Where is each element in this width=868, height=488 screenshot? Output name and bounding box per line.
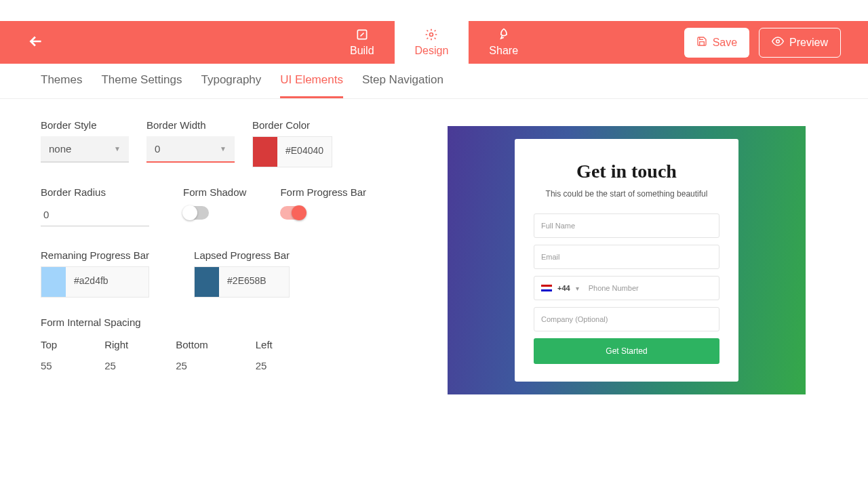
remaining-color-picker[interactable]: #a2d4fb <box>41 266 149 298</box>
preview-panel: Get in touch This could be the start of … <box>448 119 827 394</box>
sub-nav: Themes Theme Settings Typography UI Elem… <box>0 64 868 99</box>
settings-panel: Border Style none ▼ Border Width 0 ▼ Bor… <box>41 119 420 394</box>
form-shadow-toggle[interactable] <box>183 206 209 220</box>
svg-point-2 <box>776 39 780 43</box>
border-width-select[interactable]: 0 ▼ <box>146 136 235 163</box>
spacing-top-label: Top <box>41 339 57 350</box>
rocket-icon <box>497 28 511 43</box>
spacing-bottom-label: Bottom <box>176 339 208 350</box>
border-width-value: 0 <box>155 143 160 155</box>
lapsed-color-picker[interactable]: #2E658B <box>194 266 290 298</box>
border-color-picker[interactable]: #E04040 <box>252 136 332 167</box>
phone-placeholder: Phone Number <box>589 284 639 292</box>
preview-title: Get in touch <box>534 161 719 182</box>
lapsed-hex: #2E658B <box>219 267 275 297</box>
preview-submit-button[interactable]: Get Started <box>534 338 719 364</box>
border-radius-label: Border Radius <box>41 186 149 198</box>
chevron-down-icon: ▼ <box>114 145 121 152</box>
spacing-right-label: Right <box>104 339 128 350</box>
border-color-label: Border Color <box>252 119 332 131</box>
subnav-ui-elements[interactable]: UI Elements <box>280 73 343 98</box>
save-label: Save <box>713 37 737 49</box>
preview-company-input[interactable]: Company (Optional) <box>534 307 719 331</box>
border-style-value: none <box>49 143 71 155</box>
eye-icon <box>772 35 784 50</box>
tab-design[interactable]: Design <box>395 21 469 64</box>
content: Border Style none ▼ Border Width 0 ▼ Bor… <box>0 99 868 394</box>
preview-form-card: Get in touch This could be the start of … <box>515 139 738 382</box>
remaining-hex: #a2d4fb <box>66 267 117 297</box>
color-swatch <box>195 267 219 297</box>
preview-button[interactable]: Preview <box>759 28 841 58</box>
spacing-section-label: Form Internal Spacing <box>41 317 420 328</box>
border-style-select[interactable]: none ▼ <box>41 136 129 163</box>
spacing-top-value[interactable]: 55 <box>41 360 57 371</box>
subnav-typography[interactable]: Typography <box>201 73 261 98</box>
lapsed-progress-label: Lapsed Progress Bar <box>194 249 290 261</box>
color-swatch <box>253 137 277 167</box>
tab-label: Share <box>489 45 518 57</box>
edit-icon <box>355 28 369 43</box>
uk-flag-icon <box>541 285 552 291</box>
preview-fullname-input[interactable]: Full Name <box>534 214 719 238</box>
tab-label: Design <box>415 45 449 57</box>
gear-icon <box>425 28 438 43</box>
border-radius-input[interactable] <box>41 203 149 226</box>
chevron-down-icon: ▾ <box>576 285 579 292</box>
form-progress-label: Form Progress Bar <box>280 186 366 198</box>
spacing-bottom-value[interactable]: 25 <box>176 360 208 371</box>
preview-subtitle: This could be the start of something bea… <box>534 188 719 200</box>
tab-build[interactable]: Build <box>330 21 395 64</box>
spacing-row: Top 55 Right 25 Bottom 25 Left 25 <box>41 339 420 371</box>
tab-label: Build <box>350 45 374 57</box>
spacing-left-value[interactable]: 25 <box>256 360 273 371</box>
remaining-progress-label: Remaning Progress Bar <box>41 249 149 261</box>
spacing-right-value[interactable]: 25 <box>104 360 128 371</box>
preview-email-input[interactable]: Email <box>534 245 719 269</box>
tab-share[interactable]: Share <box>469 21 538 64</box>
color-swatch <box>41 267 66 297</box>
form-shadow-label: Form Shadow <box>183 186 246 198</box>
top-actions: Save Preview <box>684 28 841 58</box>
phone-prefix: +44 <box>557 284 570 292</box>
svg-point-1 <box>430 33 433 37</box>
subnav-themes[interactable]: Themes <box>41 73 82 98</box>
save-icon <box>696 36 707 49</box>
back-arrow-icon[interactable] <box>27 33 45 53</box>
preview-phone-input[interactable]: +44 ▾ Phone Number <box>534 276 719 300</box>
border-style-label: Border Style <box>41 119 129 131</box>
border-color-hex: #E04040 <box>277 137 332 167</box>
preview-label: Preview <box>789 37 828 49</box>
subnav-theme-settings[interactable]: Theme Settings <box>101 73 182 98</box>
subnav-step-navigation[interactable]: Step Navigation <box>362 73 443 98</box>
form-preview: Get in touch This could be the start of … <box>448 126 806 394</box>
spacing-left-label: Left <box>256 339 273 350</box>
top-bar: Build Design Share Save Preview <box>0 21 868 64</box>
border-width-label: Border Width <box>146 119 235 131</box>
form-progress-toggle[interactable] <box>280 206 306 220</box>
chevron-down-icon: ▼ <box>220 145 226 152</box>
save-button[interactable]: Save <box>684 28 749 58</box>
main-tabs: Build Design Share <box>330 21 538 64</box>
